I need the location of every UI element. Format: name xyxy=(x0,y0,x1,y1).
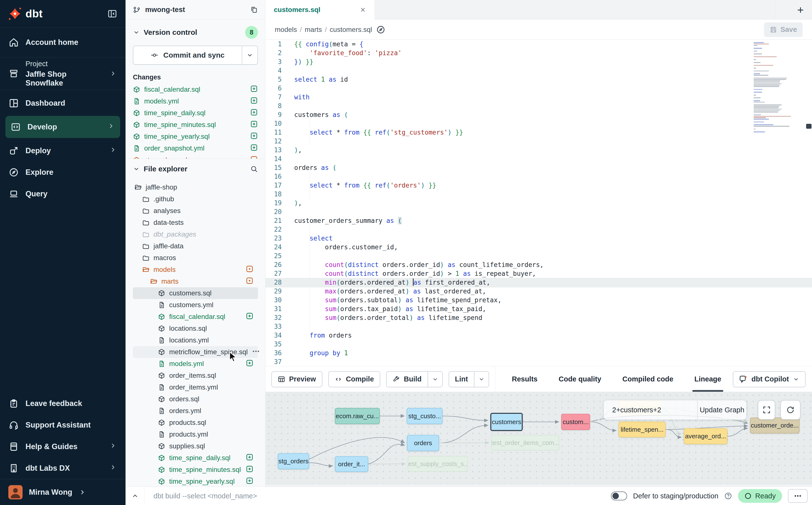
minimap[interactable] xyxy=(754,42,795,133)
tree-item-time_spine_daily.sql[interactable]: time_spine_daily.sql xyxy=(133,452,258,464)
commit-and-sync-button[interactable]: Commit and sync xyxy=(133,46,258,65)
sidebar-item-develop[interactable]: Develop xyxy=(5,116,120,138)
tab-code-quality[interactable]: Code quality xyxy=(558,366,601,392)
tab-compiled-code[interactable]: Compiled code xyxy=(622,366,673,392)
lineage-node-stg_orders[interactable]: stg_orders xyxy=(278,453,309,469)
defer-toggle[interactable] xyxy=(611,492,627,500)
compass-icon[interactable] xyxy=(376,25,385,34)
changed-file-stg_orders.sql[interactable]: stg_orders.sql xyxy=(133,154,258,159)
tree-item-order_items.sql[interactable]: order_items.sql xyxy=(133,370,258,381)
changed-file-order_snapshot.yml[interactable]: order_snapshot.yml xyxy=(133,142,258,154)
lineage-node-average[interactable]: average_ord... xyxy=(684,428,727,444)
plus-box-icon[interactable] xyxy=(246,477,254,485)
tree-item-customers.sql[interactable]: customers.sql xyxy=(133,287,258,299)
save-button[interactable]: Save xyxy=(764,22,803,37)
tree-item-order_items.yml[interactable]: order_items.yml xyxy=(133,381,258,393)
plus-box-icon[interactable] xyxy=(250,97,258,105)
sidebar-item-support-assistant[interactable]: Support Assistant xyxy=(0,414,126,436)
fullscreen-button[interactable] xyxy=(758,400,775,420)
user-menu[interactable]: Mirna Wong xyxy=(0,479,126,505)
dbt-copilot-button[interactable]: dbt Copilot xyxy=(733,371,806,387)
lineage-node-orders[interactable]: orders xyxy=(407,435,439,451)
plus-box-icon[interactable] xyxy=(250,144,258,152)
dots-icon[interactable] xyxy=(252,347,260,355)
dot-box-icon[interactable] xyxy=(250,155,258,159)
tree-item-orders.yml[interactable]: orders.yml xyxy=(133,405,258,417)
tree-item-fiscal_calendar.sql[interactable]: fiscal_calendar.sql xyxy=(133,311,258,323)
collapse-sidebar-icon[interactable] xyxy=(107,9,117,19)
tree-item-analyses[interactable]: analyses xyxy=(133,205,258,217)
lineage-node-test_supply[interactable]: test_supply_costs_s... xyxy=(408,456,468,472)
help-icon[interactable] xyxy=(724,492,732,500)
breadcrumb-item[interactable]: models xyxy=(275,26,297,33)
tree-item-products.sql[interactable]: products.sql xyxy=(133,417,258,429)
tree-item-locations.yml[interactable]: locations.yml xyxy=(133,334,258,346)
lineage-node-stg_customers[interactable]: stg_custo... xyxy=(407,408,443,424)
tree-item-dbt_packages[interactable]: dbt_packages xyxy=(133,228,258,240)
tree-item-.github[interactable]: .github xyxy=(133,193,258,205)
tree-item-data-tests[interactable]: data-tests xyxy=(133,217,258,228)
refresh-graph-button[interactable] xyxy=(780,400,801,420)
lint-dropdown[interactable] xyxy=(474,372,489,387)
changed-file-fiscal_calendar.sql[interactable]: fiscal_calendar.sql xyxy=(133,83,258,96)
tree-item-orders.sql[interactable]: orders.sql xyxy=(133,393,258,405)
breadcrumb-item[interactable]: customers.sql xyxy=(330,26,372,33)
tree-item-time_spine_minutes.sql[interactable]: time_spine_minutes.sql xyxy=(133,464,258,476)
build-dropdown[interactable] xyxy=(428,372,442,387)
tree-item-models[interactable]: models xyxy=(133,264,258,276)
plus-box-icon[interactable] xyxy=(246,465,254,473)
lineage-node-order_items[interactable]: order_it... xyxy=(335,456,368,472)
tree-item-jaffle-shop[interactable]: jaffle-shop xyxy=(133,181,258,193)
tree-item-macros[interactable]: macros xyxy=(133,252,258,264)
build-button[interactable]: Build xyxy=(386,371,443,387)
breadcrumb-item[interactable]: marts xyxy=(305,26,322,33)
new-tab-button[interactable] xyxy=(794,3,807,17)
file-explorer-header[interactable]: File explorer xyxy=(133,165,258,173)
compile-button[interactable]: Compile xyxy=(328,371,380,387)
commit-options-button[interactable] xyxy=(242,46,258,64)
update-graph-button[interactable]: Update Graph xyxy=(697,400,746,419)
changed-file-time_spine_yearly.sql[interactable]: time_spine_yearly.sql xyxy=(133,131,258,142)
more-options-button[interactable] xyxy=(788,489,808,503)
changed-file-time_spine_daily.sql[interactable]: time_spine_daily.sql xyxy=(133,107,258,119)
copy-icon[interactable] xyxy=(250,6,258,14)
lineage-canvas[interactable]: ecom.raw_cu...stg_custo...customerscusto… xyxy=(266,392,812,487)
tab-customers-sql[interactable]: customers.sql xyxy=(266,0,375,20)
plus-box-icon[interactable] xyxy=(250,132,258,140)
lineage-node-custom[interactable]: custom... xyxy=(561,414,590,430)
lineage-node-customer_orders[interactable]: customer_orde... xyxy=(750,417,800,434)
tree-item-products.yml[interactable]: products.yml xyxy=(133,429,258,440)
branch-name[interactable]: mwong-test xyxy=(145,6,185,14)
close-icon[interactable] xyxy=(359,6,366,13)
sidebar-item-query[interactable]: Query xyxy=(0,183,126,205)
version-control-header[interactable]: Version control 8 xyxy=(133,26,258,39)
tree-item-models.yml[interactable]: models.yml xyxy=(133,358,258,370)
sidebar-item-explore[interactable]: Explore xyxy=(0,162,126,183)
search-icon[interactable] xyxy=(250,165,258,173)
lineage-hscrollbar[interactable] xyxy=(266,484,812,487)
plus-box-icon[interactable] xyxy=(246,453,254,461)
tree-item-supplies.sql[interactable]: supplies.sql xyxy=(133,440,258,452)
dot-box-icon[interactable] xyxy=(246,277,254,285)
preview-button[interactable]: Preview xyxy=(272,371,322,387)
tab-lineage[interactable]: Lineage xyxy=(694,366,721,392)
tree-item-customers.yml[interactable]: customers.yml xyxy=(133,299,258,311)
tree-item-time_spine_yearly.sql[interactable]: time_spine_yearly.sql xyxy=(133,476,258,487)
sidebar-item-leave-feedback[interactable]: Leave feedback xyxy=(0,393,126,414)
code-editor[interactable]: 1234567891011121314151617181920212223242… xyxy=(266,40,812,366)
lineage-node-customers[interactable]: customers xyxy=(490,413,523,431)
tree-item-marts[interactable]: marts xyxy=(133,276,258,287)
tree-item-metricflow_time_spine.sql[interactable]: metricflow_time_spine.sql xyxy=(133,346,258,358)
dbt-logo[interactable]: dbt xyxy=(8,7,43,20)
lineage-node-ecom[interactable]: ecom.raw_cu... xyxy=(335,408,380,424)
changed-file-models.yml[interactable]: models.yml xyxy=(133,96,258,107)
plus-box-icon[interactable] xyxy=(246,359,254,367)
collapse-panel-button[interactable] xyxy=(126,487,145,505)
sidebar-item-dbt-labs-dx[interactable]: dbt Labs DX xyxy=(0,458,126,479)
code-content[interactable]: {{ config(meta = { 'favorite_food': 'piz… xyxy=(294,40,748,366)
sidebar-item-dashboard[interactable]: Dashboard xyxy=(0,93,126,114)
dot-box-icon[interactable] xyxy=(246,265,254,273)
changed-file-time_spine_minutes.sql[interactable]: time_spine_minutes.sql xyxy=(133,119,258,131)
sidebar-item-deploy[interactable]: Deploy xyxy=(0,140,126,162)
plus-box-icon[interactable] xyxy=(250,120,258,128)
